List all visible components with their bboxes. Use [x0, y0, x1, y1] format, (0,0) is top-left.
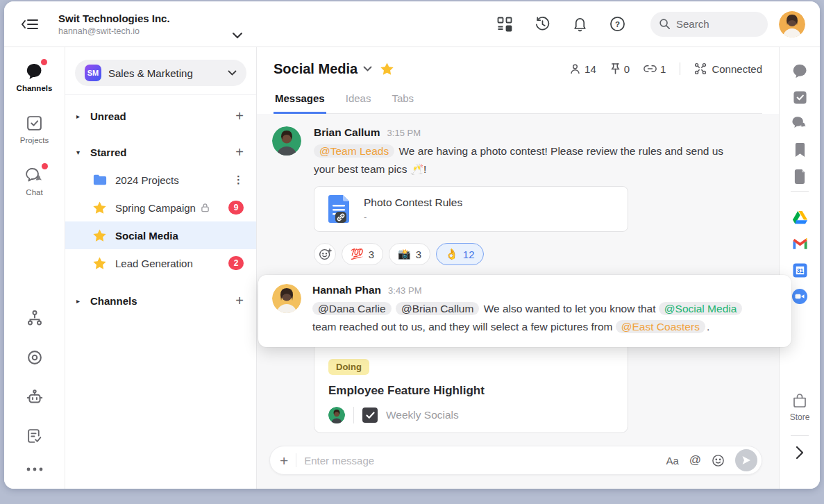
starred-add-button[interactable]: + — [235, 145, 244, 159]
store-icon[interactable] — [791, 392, 808, 409]
expand-panel-chevron-icon[interactable] — [796, 446, 804, 460]
mention-social-media[interactable]: @Social Media — [659, 302, 742, 315]
rail-item-chat[interactable]: Chat — [25, 165, 44, 196]
channels-icon — [25, 62, 44, 80]
mention-east-coasters[interactable]: @East Coasters — [616, 320, 705, 333]
member-count-value: 14 — [585, 63, 596, 75]
channels-caret-icon[interactable]: ▸ — [76, 297, 90, 305]
user-avatar[interactable] — [779, 11, 805, 37]
search-box[interactable] — [650, 12, 768, 37]
bot-icon[interactable] — [26, 388, 44, 406]
section-channels[interactable]: ▸ Channels + — [65, 287, 256, 314]
sidebar-collapse-icon[interactable] — [21, 17, 39, 32]
connected-status[interactable]: Connected — [694, 62, 762, 75]
mention-dana-carlie[interactable]: @Dana Carlie — [312, 302, 392, 315]
sidebar-item-2024-projects[interactable]: 2024 Projects ⋮ — [65, 166, 256, 194]
help-icon[interactable]: ? — [609, 16, 625, 32]
message-time: 3:15 PM — [387, 128, 421, 138]
sidebar-item-spring-campaign[interactable]: Spring Campaign 9 — [65, 194, 256, 221]
reaction-emoji: 📸 — [398, 248, 411, 260]
assignee-avatar[interactable] — [328, 407, 345, 423]
rail-item-projects[interactable]: Projects — [20, 113, 49, 144]
unread-caret-icon[interactable]: ▸ — [76, 112, 90, 120]
workspace-badge: SM — [85, 65, 101, 81]
workspace-selector[interactable]: SM Sales & Marketing — [75, 60, 246, 86]
member-count[interactable]: 14 — [569, 63, 596, 75]
mention-team-leads[interactable]: @Team Leads — [314, 144, 394, 158]
reaction-pill-100[interactable]: 💯 3 — [342, 243, 383, 265]
attach-plus-icon[interactable]: + — [280, 453, 288, 468]
folder-icon — [93, 174, 107, 186]
topbar-actions: ? — [497, 16, 625, 32]
right-rail-bottom: Store — [790, 392, 810, 460]
apps-grid-icon[interactable] — [497, 17, 512, 32]
pin-count[interactable]: 0 — [610, 62, 630, 75]
message-body-text: We also wanted to let you know that — [480, 303, 658, 314]
org-chart-icon[interactable] — [26, 309, 44, 327]
task-status-badge: Doing — [328, 359, 369, 375]
task-checkbox[interactable] — [362, 408, 378, 423]
mention-icon[interactable]: @ — [689, 453, 701, 467]
comments-icon[interactable] — [791, 110, 808, 137]
mention-brian-callum[interactable]: @Brian Callum — [396, 302, 479, 315]
survey-icon[interactable] — [26, 428, 43, 445]
text-format-icon[interactable]: Aa — [666, 455, 678, 467]
left-rail-bottom — [26, 309, 44, 472]
sidebar-item-lead-generation[interactable]: Lead Generation 2 — [65, 249, 256, 277]
message-author[interactable]: Hannah Phan — [312, 284, 381, 296]
channels-add-button[interactable]: + — [235, 294, 244, 308]
task-title: Employee Feature Highlight — [328, 384, 614, 398]
tab-messages[interactable]: Messages — [274, 86, 326, 114]
reaction-pill-ok-hand[interactable]: 👌 12 — [436, 243, 483, 265]
reaction-pill-camera[interactable]: 📸 3 — [389, 243, 430, 265]
avatar[interactable] — [272, 126, 301, 156]
section-starred[interactable]: ▾ Starred + — [65, 138, 256, 166]
search-input[interactable] — [676, 18, 759, 30]
bookmarks-icon[interactable] — [794, 137, 806, 163]
google-calendar-icon[interactable]: 31 — [793, 257, 807, 283]
message-body-text: team reached out to us, and they will se… — [312, 321, 616, 333]
send-button[interactable] — [735, 449, 757, 471]
sidebar-item-social-media[interactable]: Social Media — [65, 221, 256, 249]
attachment-card[interactable]: Photo Contest Rules - — [314, 186, 628, 232]
section-unread[interactable]: ▸ Unread + — [65, 102, 256, 130]
workspace-name: Swit Technologies Inc. — [58, 12, 170, 24]
channel-star-icon[interactable] — [380, 62, 394, 75]
tab-tabs[interactable]: Tabs — [390, 86, 415, 114]
emoji-icon[interactable] — [712, 454, 725, 467]
message-brian: Brian Callum 3:15 PM @Team Leads We are … — [272, 126, 741, 178]
reactions-bar: 💯 3 📸 3 👌 12 — [314, 243, 484, 265]
reaction-count: 3 — [416, 249, 421, 260]
tab-ideas[interactable]: Ideas — [344, 86, 373, 114]
notifications-bell-icon[interactable] — [573, 16, 587, 32]
unread-count-badge: 9 — [228, 201, 244, 215]
message-hannah-card[interactable]: Hannah Phan 3:43 PM @Dana Carlie @Brian … — [258, 275, 791, 347]
message-author[interactable]: Brian Callum — [314, 126, 380, 139]
message-input[interactable] — [304, 455, 658, 467]
more-options-icon[interactable] — [26, 467, 44, 472]
unread-count-badge: 2 — [228, 256, 244, 270]
workspace-info[interactable]: Swit Technologies Inc. hannah@swit-tech.… — [58, 12, 170, 36]
my-tasks-icon[interactable] — [793, 84, 807, 110]
threads-icon[interactable] — [792, 58, 808, 84]
message-composer[interactable]: + Aa @ — [269, 446, 762, 475]
google-meet-icon[interactable] — [792, 283, 807, 310]
item-menu-icon[interactable]: ⋮ — [233, 174, 244, 186]
unread-add-button[interactable]: + — [235, 109, 244, 123]
google-drive-icon[interactable] — [792, 204, 808, 230]
workspace-chevron-down-icon[interactable] — [232, 29, 243, 42]
channel-chevron-down-icon[interactable] — [363, 66, 372, 72]
starred-caret-icon[interactable]: ▾ — [76, 149, 90, 156]
connected-icon — [694, 62, 707, 75]
attachment-title: Photo Contest Rules — [364, 196, 462, 209]
gmail-icon[interactable] — [792, 230, 808, 257]
history-icon[interactable] — [535, 16, 550, 32]
files-icon[interactable] — [793, 163, 806, 190]
avatar[interactable] — [272, 284, 301, 313]
link-count[interactable]: 1 — [644, 63, 666, 75]
rail-item-channels[interactable]: Channels — [17, 61, 53, 92]
reaction-emoji: 💯 — [351, 248, 364, 260]
svg-text:31: 31 — [796, 267, 803, 274]
target-icon[interactable] — [26, 348, 44, 367]
add-reaction-button[interactable] — [314, 243, 336, 265]
